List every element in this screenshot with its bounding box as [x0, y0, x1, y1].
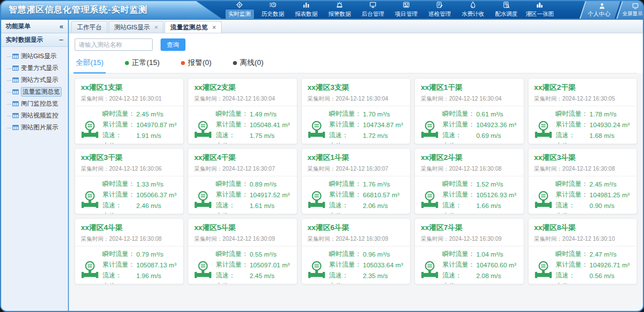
total-flow-value: 105048.41 m³ — [249, 122, 292, 128]
collect-time-value: 2024-12-12 16:30:09 — [222, 236, 275, 242]
station-card[interactable]: xx灌区4斗渠 采集时间：2024-12-12 16:30:08 — [75, 218, 184, 284]
user-center-button[interactable]: 个人中心 — [580, 1, 620, 19]
nav-item-water-dispatch[interactable]: 配水调度 — [490, 1, 523, 19]
instant-flow-row: 瞬时流量： 0.89 m³/s — [215, 179, 292, 189]
sidebar-item-label: 测站GIS显示 — [21, 52, 57, 60]
nav-item-project-manage[interactable]: 项目管理 — [390, 1, 423, 19]
nav-item-history-data[interactable]: 历史数据 — [256, 1, 289, 19]
station-card[interactable]: xx灌区4干渠 采集时间：2024-12-12 16:30:07 — [188, 148, 297, 214]
query-button[interactable]: 查询 — [161, 38, 185, 51]
metric-rows: 瞬时流量： 0.96 m³/s 累计流量： 105033.64 m³ 流速： 2… — [329, 249, 405, 284]
station-card[interactable]: xx灌区1干渠 采集时间：2024-12-12 16:30:04 — [414, 78, 524, 144]
sidebar-item[interactable]: 流量监测总览 — [7, 86, 68, 98]
collect-time-value: 2024-12-12 16:30:08 — [563, 166, 615, 172]
nav-item-alarm-data[interactable]: 报警数据 — [323, 1, 356, 19]
tab-close-icon[interactable]: × — [154, 24, 158, 31]
station-grid: xx灌区1支渠 采集时间：2024-12-12 16:30:01 — [75, 78, 637, 284]
flow-meter-icon — [533, 190, 554, 210]
station-card-header: xx灌区1干渠 采集时间：2024-12-12 16:30:04 — [415, 79, 523, 106]
fullscreen-icon — [632, 2, 639, 10]
alarm-status-dot — [181, 61, 185, 65]
velocity-value: 1.61 m/s — [249, 202, 292, 209]
total-flow-label: 累计流量： — [556, 261, 590, 269]
velocity-row: 流速： 1.66 m/s — [442, 200, 518, 211]
collect-time-label: 采集时间： — [194, 96, 222, 102]
sidebar-section-realtime[interactable]: 实时数据显示 − — [1, 33, 68, 47]
cards-area: xx灌区1支渠 采集时间：2024-12-12 16:30:01 — [69, 73, 643, 311]
alarm-data-icon — [335, 1, 344, 8]
filter-alarm[interactable]: 报警(0) — [181, 58, 211, 68]
main-panel: 工作平台 测站GIS显示 × 流量监测总览 × 查询 全部 — [69, 20, 643, 311]
nav-item-inspection-manage[interactable]: 巡检管理 — [423, 1, 456, 19]
nav-item-label: 项目管理 — [392, 10, 421, 19]
sidebar-item[interactable]: 测站视频监控 — [7, 110, 68, 122]
sidebar: 功能菜单 « 实时数据显示 − 测站GIS显示 变量方式显示 测站方式显示 流量… — [1, 20, 69, 311]
sidebar-item-label: 测站视频监控 — [21, 111, 58, 120]
tab-close-icon[interactable]: × — [212, 24, 215, 31]
station-card-header: xx灌区6斗渠 采集时间：2024-12-12 16:30:09 — [302, 219, 410, 246]
tab-station-gis[interactable]: 测站GIS显示 × — [109, 21, 163, 33]
instant-flow-label: 瞬时流量： — [556, 110, 590, 118]
sidebar-item[interactable]: 闸门监控总览 — [7, 98, 68, 110]
nav-item-district-map[interactable]: 灌区一张图 — [523, 1, 556, 19]
total-flow-row: 累计流量： 104734.87 m³ — [329, 119, 405, 130]
station-card-body: 瞬时流量： 0.89 m³/s 累计流量： 104917.52 m³ 流速： 1… — [188, 176, 296, 214]
metric-rows: 瞬时流量： 0.61 m³/s 累计流量： 104923.36 m³ 流速： 0… — [442, 109, 518, 144]
station-card[interactable]: xx灌区6斗渠 采集时间：2024-12-12 16:30:09 — [301, 218, 410, 284]
station-name: xx灌区3支渠 — [308, 83, 404, 93]
sidebar-item[interactable]: 测站方式显示 — [7, 74, 68, 86]
station-card[interactable]: xx灌区3支渠 采集时间：2024-12-12 16:30:04 — [301, 78, 410, 144]
sidebar-item[interactable]: 测站图片展示 — [7, 122, 68, 133]
station-card[interactable]: xx灌区2支渠 采集时间：2024-12-12 16:30:04 — [188, 78, 297, 144]
tab-workbench[interactable]: 工作平台 — [71, 21, 107, 33]
water-level-value: 1.55 m — [590, 213, 632, 215]
fullscreen-button[interactable]: 全屏显示 — [616, 1, 644, 19]
filter-normal[interactable]: 正常(15) — [125, 58, 159, 68]
water-level-value: 1.93 m — [249, 213, 292, 215]
sidebar-item[interactable]: 测站GIS显示 — [7, 50, 68, 62]
station-card[interactable]: xx灌区1斗渠 采集时间：2024-12-12 16:30:07 — [301, 148, 410, 214]
table-grid-icon — [12, 54, 19, 59]
tab-flow-overview[interactable]: 流量监测总览 × — [165, 21, 221, 33]
station-card[interactable]: xx灌区3干渠 采集时间：2024-12-12 16:30:06 — [75, 148, 184, 214]
instant-flow-label: 瞬时流量： — [329, 250, 363, 258]
station-card[interactable]: xx灌区8斗渠 采集时间：2024-12-12 16:30:10 — [528, 218, 637, 284]
table-grid-icon — [12, 77, 19, 83]
velocity-label: 流速： — [556, 201, 590, 210]
station-card[interactable]: xx灌区5斗渠 采集时间：2024-12-12 16:30:09 — [188, 218, 297, 284]
nav-item-report-data[interactable]: 报表数据 — [289, 1, 323, 19]
station-name: xx灌区6斗渠 — [308, 223, 404, 233]
nav-item-water-fee[interactable]: 水费计收 — [456, 1, 490, 19]
total-flow-label: 累计流量： — [442, 190, 476, 199]
collect-time: 采集时间：2024-12-12 16:30:06 — [81, 165, 178, 173]
water-dispatch-icon — [502, 1, 511, 8]
filter-offline[interactable]: 离线(0) — [233, 58, 263, 68]
tab-label: 测站GIS显示 — [114, 23, 150, 32]
velocity-row: 流速： 2.06 m/s — [329, 200, 405, 211]
water-level-label: 水位： — [329, 282, 363, 284]
velocity-label: 流速： — [102, 271, 136, 280]
station-card[interactable]: xx灌区7斗渠 采集时间：2024-12-12 16:30:09 — [414, 218, 524, 284]
velocity-row: 流速： 1.61 m/s — [215, 200, 292, 211]
nav-item-realtime-monitor[interactable]: 实时监测 — [223, 1, 256, 19]
metric-rows: 瞬时流量： 0.89 m³/s 累计流量： 104917.52 m³ 流速： 1… — [215, 179, 292, 214]
station-card[interactable]: xx灌区1支渠 采集时间：2024-12-12 16:30:01 — [75, 78, 184, 144]
metric-rows: 瞬时流量： 1.33 m³/s 累计流量： 105066.37 m³ 流速： 2… — [102, 179, 179, 214]
station-card[interactable]: xx灌区2斗渠 采集时间：2024-12-12 16:30:08 — [414, 148, 524, 214]
velocity-label: 流速： — [102, 131, 136, 140]
station-card[interactable]: xx灌区3斗渠 采集时间：2024-12-12 16:30:08 — [528, 148, 637, 214]
total-flow-label: 累计流量： — [102, 120, 136, 129]
nav-item-backend-admin[interactable]: 后台管理 — [356, 1, 390, 19]
station-name: xx灌区5斗渠 — [194, 223, 291, 233]
station-search-input[interactable] — [75, 38, 153, 51]
station-card-body: 瞬时流量： 0.96 m³/s 累计流量： 105033.64 m³ 流速： 2… — [302, 246, 410, 284]
table-grid-icon — [12, 66, 19, 71]
station-card-header: xx灌区3支渠 采集时间：2024-12-12 16:30:04 — [302, 79, 410, 106]
sidebar-collapse-icon[interactable]: « — [59, 23, 63, 31]
filter-all[interactable]: 全部(15) — [76, 58, 103, 68]
collapse-minus-icon[interactable]: − — [59, 36, 63, 44]
station-card[interactable]: xx灌区2干渠 采集时间：2024-12-12 16:30:05 — [528, 78, 637, 144]
collect-time: 采集时间：2024-12-12 16:30:08 — [81, 235, 178, 243]
sidebar-item[interactable]: 变量方式显示 — [7, 62, 68, 74]
velocity-value: 1.72 m/s — [363, 132, 405, 139]
